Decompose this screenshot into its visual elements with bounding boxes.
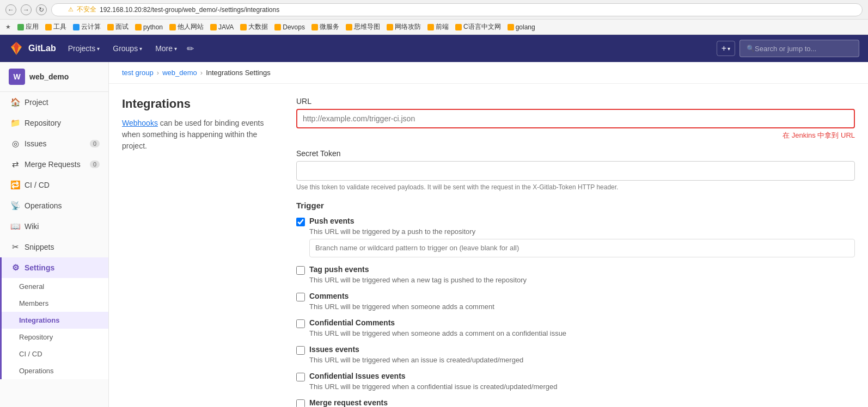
trigger-confidential-comments-row: Confidential Comments: [296, 318, 855, 328]
submenu-item-repository[interactable]: Repository: [2, 329, 108, 346]
bookmark-devops[interactable]: Devops: [274, 23, 305, 31]
groups-menu[interactable]: Groups ▾: [107, 41, 148, 56]
merge-requests-icon: ⇄: [10, 159, 20, 169]
comments-checkbox[interactable]: [296, 293, 305, 301]
forward-button[interactable]: →: [21, 4, 32, 15]
sidebar-item-snippets[interactable]: ✂ Snippets: [0, 237, 108, 257]
trigger-section: Trigger Push events This URL will be tri…: [296, 201, 855, 407]
breadcrumb-link-group[interactable]: test group: [122, 69, 154, 77]
bookmark-c-lang[interactable]: C语言中文网: [455, 22, 501, 32]
trigger-push-events: Push events This URL will be triggered b…: [296, 217, 855, 257]
issues-events-name: Issues events: [309, 345, 359, 354]
security-label: 不安全: [77, 5, 96, 14]
home-icon: 🏠: [10, 97, 20, 107]
url-input[interactable]: [296, 109, 855, 128]
projects-menu[interactable]: Projects ▾: [63, 41, 106, 56]
bookmark-frontend[interactable]: 前端: [427, 22, 449, 32]
breadcrumb: test group › web_demo › Integrations Set…: [109, 62, 868, 84]
merge-requests-badge: 0: [90, 161, 100, 168]
back-button[interactable]: ←: [5, 4, 16, 15]
sidebar-item-operations[interactable]: 📡 Operations: [0, 195, 108, 216]
push-events-checkbox[interactable]: [296, 218, 305, 226]
plus-icon: +: [722, 44, 726, 53]
bookmark-bigdata[interactable]: 大数据: [240, 22, 268, 32]
new-item-button[interactable]: + ▾: [717, 41, 735, 56]
submenu-item-operations[interactable]: Operations: [2, 362, 108, 379]
merge-request-events-checkbox[interactable]: [296, 399, 305, 407]
more-menu[interactable]: More ▾: [150, 41, 182, 56]
groups-chevron-icon: ▾: [139, 46, 142, 52]
trigger-tag-push: Tag push events This URL will be trigger…: [296, 265, 855, 284]
submenu-item-members[interactable]: Members: [2, 295, 108, 312]
submenu-label: Repository: [19, 333, 53, 341]
bookmark-python[interactable]: python: [135, 23, 163, 31]
url-text: 192.168.10.20:82/test-group/web_demo/-/s…: [100, 6, 279, 14]
sidebar-item-wiki[interactable]: 📖 Wiki: [0, 216, 108, 237]
submenu-item-general[interactable]: General: [2, 278, 108, 295]
project-avatar: W: [9, 69, 25, 85]
bookmark-others[interactable]: 他人网站: [169, 22, 204, 32]
bookmark-icon: [387, 24, 393, 30]
breadcrumb-sep-1: ›: [157, 69, 159, 77]
sidebar-item-project[interactable]: 🏠 Project: [0, 92, 108, 113]
submenu-item-integrations[interactable]: Integrations: [2, 312, 108, 329]
sidebar-item-label: Operations: [25, 201, 62, 210]
settings-icon: ⚙: [10, 263, 20, 273]
breadcrumb-link-project[interactable]: web_demo: [162, 69, 197, 77]
sidebar-item-merge-requests[interactable]: ⇄ Merge Requests 0: [0, 154, 108, 175]
bookmark-cloud[interactable]: 云计算: [73, 22, 101, 32]
submenu-label: General: [19, 282, 44, 291]
tag-push-events-checkbox[interactable]: [296, 266, 305, 275]
bookmark-tools[interactable]: 工具: [45, 22, 66, 32]
bookmark-icon: [107, 24, 114, 30]
project-header: W web_demo: [0, 62, 108, 92]
refresh-button[interactable]: ↻: [36, 4, 47, 15]
submenu-item-cicd[interactable]: CI / CD: [2, 346, 108, 362]
bookmark-mindmap[interactable]: 思维导图: [346, 22, 380, 32]
content-area: Integrations Webhooks can be used for bi…: [109, 84, 868, 407]
edit-icon[interactable]: ✏: [187, 44, 194, 54]
confidential-issues-events-checkbox[interactable]: [296, 373, 305, 381]
trigger-issues-row: Issues events: [296, 345, 855, 355]
gitlab-logo[interactable]: GitLab: [9, 41, 56, 56]
trigger-confidential-issues-row: Confidential Issues events: [296, 372, 855, 381]
bookmark-java[interactable]: JAVA: [210, 23, 234, 31]
submenu-label: Operations: [19, 367, 54, 375]
trigger-merge-row: Merge request events: [296, 398, 855, 407]
tag-push-events-name: Tag push events: [309, 265, 369, 274]
secret-token-input[interactable]: [296, 161, 855, 181]
bookmark-interview[interactable]: 面试: [107, 22, 129, 32]
sidebar-item-label: CI / CD: [25, 181, 50, 189]
bookmark-security[interactable]: 网络攻防: [387, 22, 421, 32]
bookmark-icon: [17, 24, 24, 30]
webhooks-link[interactable]: Webhooks: [122, 119, 158, 127]
submenu-label: CI / CD: [19, 350, 42, 358]
confidential-comments-checkbox[interactable]: [296, 319, 305, 328]
bookmark-label: 面试: [115, 22, 129, 32]
bookmark-label: 工具: [53, 22, 66, 32]
sidebar-item-repository[interactable]: 📁 Repository: [0, 113, 108, 133]
sidebar-item-cicd[interactable]: 🔁 CI / CD: [0, 175, 108, 195]
trigger-label: Trigger: [296, 201, 855, 210]
bookmark-label: 思维导图: [354, 22, 380, 32]
global-search[interactable]: 🔍 Search or jump to...: [739, 40, 859, 57]
search-icon: 🔍: [747, 45, 755, 52]
bookmark-apps[interactable]: 应用: [17, 22, 39, 32]
bookmark-label: golang: [516, 23, 535, 31]
bookmark-microservice[interactable]: 微服务: [311, 22, 339, 32]
bookmark-golang[interactable]: golang: [508, 23, 535, 31]
bookmark-label: JAVA: [218, 23, 234, 31]
bookmark-icon: [240, 24, 247, 30]
integrations-description: Webhooks can be used for binding events …: [122, 118, 274, 152]
sidebar-item-issues[interactable]: ◎ Issues 0: [0, 133, 108, 154]
address-bar[interactable]: ⚠ 不安全 192.168.10.20:82/test-group/web_de…: [51, 3, 863, 16]
operations-icon: 📡: [10, 201, 20, 211]
plus-chevron-icon: ▾: [728, 46, 730, 52]
bookmark-icon: [508, 24, 514, 30]
sidebar-nav: 🏠 Project 📁 Repository ◎ Issues 0 ⇄ Merg…: [0, 92, 108, 379]
bookmark-label: 大数据: [248, 22, 268, 32]
branch-filter-input[interactable]: [309, 239, 855, 257]
wiki-icon: 📖: [10, 221, 20, 231]
sidebar-item-settings[interactable]: ⚙ Settings: [0, 257, 108, 278]
issues-events-checkbox[interactable]: [296, 346, 305, 355]
